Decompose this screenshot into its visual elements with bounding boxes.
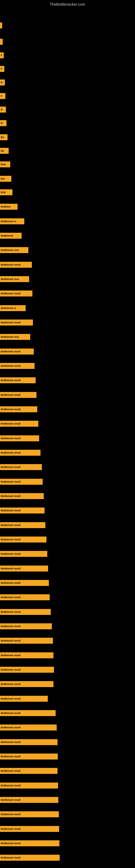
bar-label: Bottleneck result (1, 350, 20, 353)
bar-label: Bottleneck result (1, 394, 20, 396)
bar-label: Bottleneck result (1, 292, 20, 295)
bar: Bottleneck result (0, 609, 51, 615)
bar-label: Bottleneck result (1, 408, 20, 411)
bar-label: Bottleneck result (1, 466, 20, 468)
bar: Bottleneck result (0, 826, 59, 832)
bar: Bottleneck result (0, 421, 38, 427)
bar: Bottleneck result (0, 652, 53, 658)
bar-label: Bottleneck result (1, 480, 20, 483)
bar-label: Bottleneck result (1, 712, 20, 714)
bar: F (0, 66, 4, 72)
bar: Bottleneck result (0, 681, 53, 687)
bar-label: Bottleneck resu (1, 249, 19, 251)
bar-row: Bottleneck result (0, 840, 135, 846)
bar: Bottleneck result (0, 840, 59, 846)
bar-row: Bottleneck result (0, 392, 135, 398)
bar-label: F (1, 54, 2, 57)
bar-row: Bottleneck result (0, 493, 135, 499)
bar: Bottleneck result (0, 623, 52, 629)
bar: Bottleneck result (0, 406, 37, 412)
bar-row: B (0, 120, 135, 126)
bar-row: Bottleneck result (0, 782, 135, 789)
bar: Bottleneck result (0, 348, 34, 354)
bar-label: B (1, 122, 3, 124)
bar-label: Bottleneck result (1, 654, 20, 657)
bar-row (0, 22, 135, 29)
bar: B (0, 80, 5, 86)
bar: Bottleneck resu (0, 247, 28, 253)
bar-row: Bottleneck resu (0, 334, 135, 340)
bar: Bottleneck result (0, 580, 49, 586)
bar: B (0, 106, 6, 113)
bar: Bottleneck result (0, 507, 45, 514)
bar-row: Bottleneck result (0, 507, 135, 514)
bar-label: Bottleneck result (1, 495, 20, 497)
bar: Bottleneck result (0, 493, 44, 499)
bar (0, 23, 2, 29)
bar-row: Bottleneck result (0, 826, 135, 832)
bar-row: Bottleneck re (0, 305, 135, 311)
bar-label: Bottleneck result (1, 596, 20, 599)
bar-row: Bott (0, 189, 135, 195)
bar-row: B (0, 106, 135, 113)
bar: Bottleneck result (0, 262, 32, 268)
bar-label: Bottleneck result (1, 639, 20, 642)
bar-label: Bottleneck result (1, 842, 20, 845)
bar: B (0, 120, 6, 126)
bar: Bottleneck result (0, 782, 58, 788)
bar: Bottleneck result (0, 363, 35, 369)
bar-row: Bottleneck result (0, 724, 135, 731)
bar-row: Bottleneck result (0, 753, 135, 760)
bar-row: Bottleneck result (0, 478, 135, 485)
bar: Bottleneck result (0, 565, 48, 571)
bar-label: B (1, 81, 3, 84)
bar: Bottleneck result (0, 855, 60, 861)
bar-row: Bottleneck result (0, 450, 135, 456)
bar-label: Bottleneck result (1, 683, 20, 685)
bar-label: F (1, 67, 2, 70)
bar-label: B (1, 108, 3, 111)
bar-row: Bottleneck resu (0, 276, 135, 282)
bar-label: Bottleneck result (1, 611, 20, 613)
bar-row: Bottleneck result (0, 695, 135, 702)
bar: Bottleneck resu (0, 276, 29, 282)
bar-row: Bottleneck result (0, 580, 135, 586)
bar-label: Bottleneck result (1, 437, 20, 440)
bar-label: Bo (1, 150, 4, 152)
bar: Bottleneck result (0, 739, 57, 745)
bar-row: Bo (0, 134, 135, 141)
bar-row: Bottleneck result (0, 638, 135, 644)
bar: Bottleneck result (0, 392, 37, 398)
bar-row: Bottleneck result (0, 855, 135, 861)
bar-label: Bottleneck (1, 235, 13, 237)
bar-label: Bot (1, 177, 5, 180)
bar-row: Bottleneck result (0, 739, 135, 745)
bar-row: Bottleneck result (0, 290, 135, 297)
bar-label: Bottleneck result (1, 856, 20, 859)
bar-label: Bottlene (1, 205, 10, 208)
bar-row: Bottleneck result (0, 464, 135, 470)
bar-row: Bottleneck result (0, 377, 135, 383)
bar-row: Bottleneck re (0, 218, 135, 225)
site-title: TheBottlenecker.com (0, 0, 135, 9)
bar: Bottleneck result (0, 594, 50, 600)
bar: Bottleneck re (0, 305, 26, 311)
bar: Bo (0, 148, 9, 154)
bar-label: Bott (1, 163, 6, 166)
bar: Bottleneck result (0, 696, 48, 702)
bar: Bottleneck result (0, 522, 45, 528)
bar-label: Bottleneck result (1, 755, 20, 758)
bar-label: Bottleneck re (1, 307, 16, 310)
bar-label: Bottleneck result (1, 379, 20, 382)
bar: Bottleneck result (0, 435, 39, 441)
bar (0, 39, 3, 45)
bar-label: Bottleneck result (1, 828, 20, 830)
bar: Bottleneck result (0, 450, 41, 456)
bar-row: Bottleneck (0, 232, 135, 239)
bar-row: Bottleneck result (0, 594, 135, 600)
bar-row: F (0, 52, 135, 59)
bar-row: Bottlene (0, 204, 135, 210)
bar-row: Bottleneck result (0, 797, 135, 803)
bar-row (0, 38, 135, 45)
bar-label: Bottleneck result (1, 799, 20, 801)
